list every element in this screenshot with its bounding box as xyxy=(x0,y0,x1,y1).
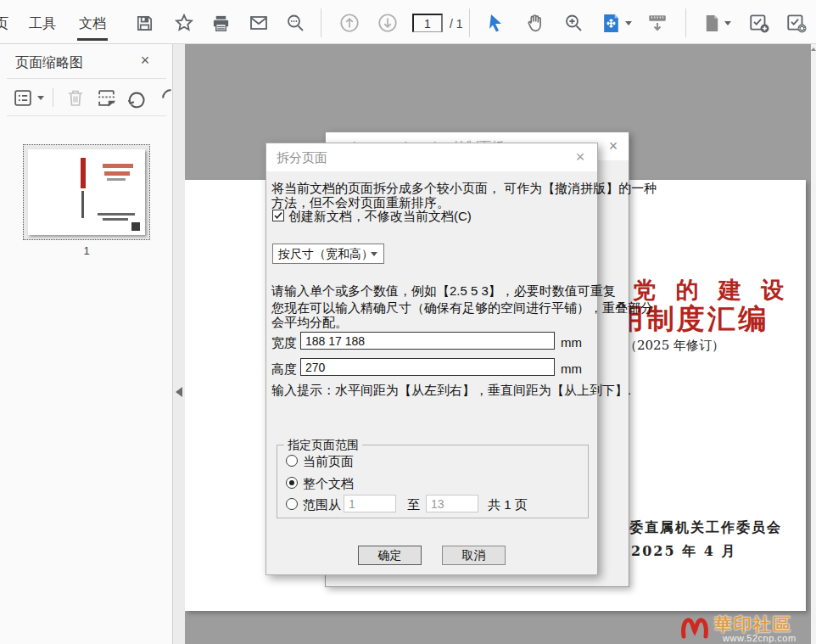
create-new-document-checkbox[interactable] xyxy=(272,210,284,221)
page-range-group: 指定页面范围 当前页面 整个文档 范围从 至 共 1 页 xyxy=(277,445,589,518)
dialog-titlebar[interactable]: 拆分页面 xyxy=(266,143,597,171)
radio-whole-document-label[interactable]: 整个文档 xyxy=(303,476,354,492)
thumb-black-text-strip xyxy=(81,191,84,218)
dialog-title: 拆分页面 xyxy=(277,150,327,166)
thumbnail-page-number: 1 xyxy=(23,244,150,257)
page-number-input[interactable] xyxy=(412,14,443,32)
range-total-label: 共 1 页 xyxy=(488,497,528,513)
page-count-label: / 1 xyxy=(450,17,463,31)
toolbar-divider xyxy=(321,8,321,37)
thumb-org-line xyxy=(98,213,135,216)
page-options-icon[interactable] xyxy=(701,12,723,34)
thumb-title-line xyxy=(104,171,130,176)
height-input[interactable] xyxy=(300,358,555,376)
control-panel-close-icon[interactable]: × xyxy=(605,137,622,154)
toolbar-divider xyxy=(469,8,470,37)
panel-toolbar-divider xyxy=(53,88,53,107)
tab-home[interactable]: 页 xyxy=(0,15,8,33)
thumb-corner-mark xyxy=(131,222,140,231)
fit-page-icon[interactable] xyxy=(600,12,622,34)
panel-divider xyxy=(7,115,166,116)
radio-page-range-label[interactable]: 范围从 xyxy=(303,497,341,513)
select-cursor-icon[interactable] xyxy=(485,12,507,34)
page-thumbnail[interactable] xyxy=(23,144,150,240)
watermark-site-url: www.52cnp.com xyxy=(723,633,796,643)
scrollbar-up-arrow[interactable] xyxy=(811,48,816,51)
form-settings-icon[interactable] xyxy=(785,12,808,34)
up-circle-icon[interactable] xyxy=(338,12,360,34)
vertical-scrollbar[interactable] xyxy=(811,44,816,644)
hand-icon[interactable] xyxy=(524,12,546,34)
doc-subtitle: （2025 年修订） xyxy=(624,338,724,354)
thumb-date-line xyxy=(103,218,128,221)
input-tip: 输入提示：水平间距为【从左到右】，垂直间距为【从上到下】. xyxy=(271,383,631,399)
zoom-in-icon[interactable] xyxy=(562,12,584,34)
measure-icon[interactable] xyxy=(646,12,668,34)
page-range-group-title: 指定页面范围 xyxy=(284,438,362,453)
thumb-red-title-strip xyxy=(81,158,86,188)
doc-date-line: 2025 年 4 月 xyxy=(631,543,736,561)
tab-tools[interactable]: 工具 xyxy=(29,15,56,33)
split-mode-select[interactable]: 按尺寸（宽和高） xyxy=(272,244,384,264)
cancel-button[interactable]: 取消 xyxy=(442,546,506,565)
split-pages-dialog: 拆分页面 × 将当前文档的页面拆分成多个较小页面， 可作为【撤消拼版】的一种 方… xyxy=(265,143,598,575)
watermark: 華印社區 www.52cnp.com xyxy=(679,611,816,644)
width-input[interactable] xyxy=(300,332,555,350)
pdf-app-window: 页 工具 文档 / 1 xyxy=(0,0,816,644)
panel-close-icon[interactable]: × xyxy=(136,51,154,70)
radio-whole-document[interactable] xyxy=(286,477,298,489)
height-unit: mm xyxy=(561,361,582,376)
rotate-cw-icon[interactable] xyxy=(159,87,182,109)
dialog-close-icon[interactable]: × xyxy=(572,148,589,165)
thumb-title-line xyxy=(103,164,133,168)
range-to-input[interactable] xyxy=(426,495,478,512)
panel-collapse-strip[interactable] xyxy=(173,44,185,644)
star-icon[interactable] xyxy=(173,12,195,34)
rotate-ccw-icon[interactable] xyxy=(124,87,146,109)
page-options-dropdown-caret[interactable] xyxy=(724,21,731,25)
form-add-icon[interactable] xyxy=(748,12,770,34)
thumbnail-options-icon[interactable] xyxy=(12,87,34,109)
hint-line3: 会平均分配。 xyxy=(271,315,348,331)
width-unit: mm xyxy=(561,335,582,350)
thumbnail-page-preview xyxy=(28,149,145,235)
panel-divider xyxy=(7,78,166,79)
thumbnails-panel-title: 页面缩略图 xyxy=(15,54,83,72)
watermark-logo-icon xyxy=(679,611,713,641)
split-page-icon[interactable] xyxy=(95,87,117,109)
width-label: 宽度 xyxy=(271,335,297,351)
thumb-subtitle-line xyxy=(107,178,126,181)
tab-document[interactable]: 文档 xyxy=(79,15,106,33)
trash-icon[interactable] xyxy=(64,87,87,109)
radio-page-range[interactable] xyxy=(286,498,298,510)
create-new-document-label[interactable]: 创建新文档，不修改当前文档(C) xyxy=(288,209,472,225)
thumbnail-options-caret[interactable] xyxy=(37,96,44,100)
collapse-panel-icon[interactable] xyxy=(176,387,182,397)
radio-current-page-label[interactable]: 当前页面 xyxy=(303,454,354,470)
chevron-down-icon xyxy=(371,252,377,256)
thumbnails-panel: 页面缩略图 × xyxy=(0,44,173,644)
search-icon[interactable] xyxy=(284,12,306,34)
hint-line1: 请输入单个或多个数值，例如【2.5 5 3】，必要时数值可重复 xyxy=(271,283,616,300)
doc-org-line: 省委直属机关工作委员会 xyxy=(614,519,782,537)
print-icon[interactable] xyxy=(210,12,232,34)
height-label: 高度 xyxy=(271,361,297,378)
toolbar-divider xyxy=(685,8,686,37)
range-to-label: 至 xyxy=(407,497,420,513)
save-icon[interactable] xyxy=(133,12,155,34)
down-circle-icon[interactable] xyxy=(377,12,399,34)
ok-button[interactable]: 确定 xyxy=(358,546,422,565)
range-from-input[interactable] xyxy=(344,495,396,512)
fit-page-dropdown-caret[interactable] xyxy=(625,21,632,25)
radio-current-page[interactable] xyxy=(286,455,298,467)
main-toolbar: 页 工具 文档 / 1 xyxy=(0,0,816,44)
split-mode-value: 按尺寸（宽和高） xyxy=(278,247,373,260)
mail-icon[interactable] xyxy=(248,12,270,34)
